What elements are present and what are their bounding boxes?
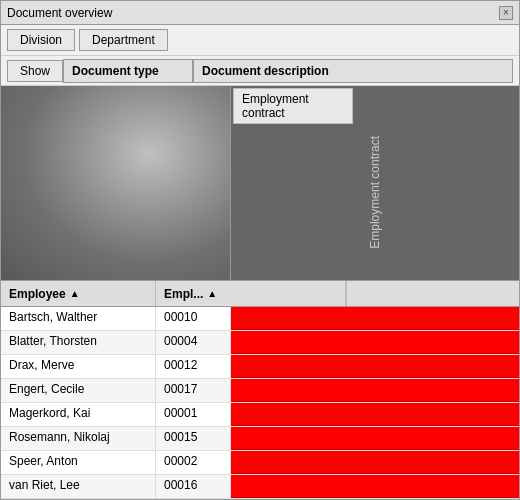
col-header-doc-desc[interactable]: Document description xyxy=(193,59,513,83)
col-header-doc-desc-label: Document description xyxy=(202,64,329,78)
td-empl: 00012 xyxy=(156,355,231,378)
td-doc-indicator xyxy=(231,475,519,498)
td-doc-indicator xyxy=(231,427,519,450)
table-row[interactable]: van Riet, Lee00016 xyxy=(1,475,519,499)
td-employee: Drax, Merve xyxy=(1,355,156,378)
td-employee: van Riet, Lee xyxy=(1,475,156,498)
th-right-empty xyxy=(346,281,520,306)
table-row[interactable]: Engert, Cecile00017 xyxy=(1,379,519,403)
close-button[interactable]: × xyxy=(499,6,513,20)
table-row[interactable]: Blatter, Thorsten00004 xyxy=(1,331,519,355)
td-employee: Magerkord, Kai xyxy=(1,403,156,426)
doc-type-label-box: Employment contract xyxy=(233,88,353,124)
tab-division[interactable]: Division xyxy=(7,29,75,51)
th-employee-label: Employee xyxy=(9,287,66,301)
td-empl: 00016 xyxy=(156,475,231,498)
doc-type-rotated-label: Employment contract xyxy=(368,136,382,249)
td-empl: 00004 xyxy=(156,331,231,354)
main-window: Document overview × Division Department … xyxy=(0,0,520,500)
col-header-doc-type[interactable]: Document type xyxy=(63,59,193,83)
tab-bar: Division Department xyxy=(1,25,519,56)
data-table-section: Employee ▲ Empl... ▲ Bartsch, Walther000… xyxy=(1,280,519,499)
td-empl: 00001 xyxy=(156,403,231,426)
td-empl: 00002 xyxy=(156,451,231,474)
doc-type-rotated-area: Employment contract xyxy=(231,126,519,280)
empl-sort-icon: ▲ xyxy=(207,288,217,299)
td-employee: Rosemann, Nikolaj xyxy=(1,427,156,450)
td-employee: Bartsch, Walther xyxy=(1,307,156,330)
td-doc-indicator xyxy=(231,355,519,378)
visual-area xyxy=(1,86,231,280)
td-doc-indicator xyxy=(231,379,519,402)
doc-type-value: Employment contract xyxy=(242,92,309,120)
td-empl: 00015 xyxy=(156,427,231,450)
table-headers: Employee ▲ Empl... ▲ xyxy=(1,281,519,307)
td-empl: 00017 xyxy=(156,379,231,402)
table-row[interactable]: Bartsch, Walther00010 xyxy=(1,307,519,331)
col-header-doc-type-label: Document type xyxy=(72,64,159,78)
td-employee: Engert, Cecile xyxy=(1,379,156,402)
title-bar-left: Document overview xyxy=(7,6,112,20)
td-employee: Speer, Anton xyxy=(1,451,156,474)
table-row[interactable]: Drax, Merve00012 xyxy=(1,355,519,379)
td-doc-indicator xyxy=(231,403,519,426)
title-bar: Document overview × xyxy=(1,1,519,25)
employee-sort-icon: ▲ xyxy=(70,288,80,299)
doc-type-content-area: Employment contract Employment contract xyxy=(231,86,519,280)
td-doc-indicator xyxy=(231,451,519,474)
toolbar: Show Document type Document description xyxy=(1,56,519,86)
th-employee[interactable]: Employee ▲ xyxy=(1,281,156,306)
table-row[interactable]: Magerkord, Kai00001 xyxy=(1,403,519,427)
td-doc-indicator xyxy=(231,307,519,330)
tab-department[interactable]: Department xyxy=(79,29,168,51)
window-title: Document overview xyxy=(7,6,112,20)
table-row[interactable]: Speer, Anton00002 xyxy=(1,451,519,475)
data-rows-container: Bartsch, Walther00010Blatter, Thorsten00… xyxy=(1,307,519,499)
show-button[interactable]: Show xyxy=(7,60,63,82)
td-doc-indicator xyxy=(231,331,519,354)
table-row[interactable]: Rosemann, Nikolaj00015 xyxy=(1,427,519,451)
td-empl: 00010 xyxy=(156,307,231,330)
th-empl[interactable]: Empl... ▲ xyxy=(156,281,346,306)
th-empl-label: Empl... xyxy=(164,287,203,301)
td-employee: Blatter, Thorsten xyxy=(1,331,156,354)
